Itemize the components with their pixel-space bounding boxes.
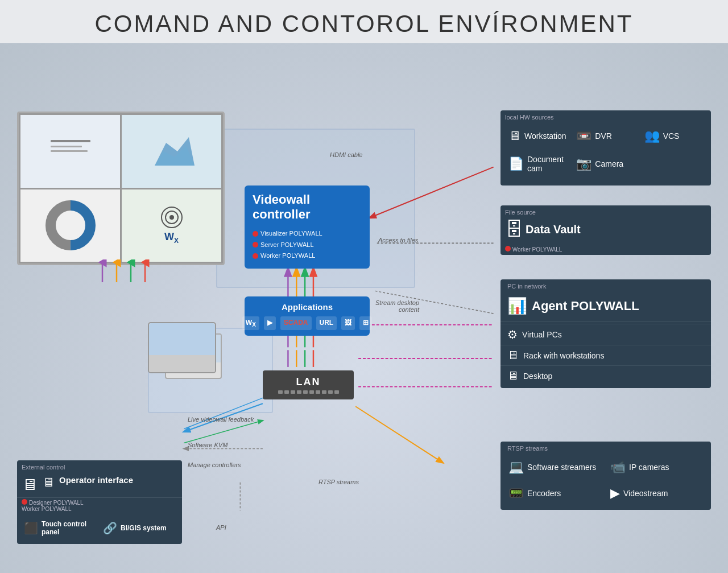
- local-hw-box: local HW sources 🖥 Workstation 📼 DVR 👥 V…: [500, 110, 711, 185]
- dvr-icon: 📼: [576, 129, 592, 143]
- live-feedback-label: Live videowall feedback: [188, 416, 254, 423]
- lan-title: LAN: [268, 376, 348, 388]
- diagram-area: WX Videowall controller Visualizer PO: [0, 43, 728, 573]
- encoders-item: 📟 Encoders: [505, 481, 605, 505]
- ext-bottom-items: ⬛ Touch control panel 🔗 BI/GIS system: [17, 514, 182, 544]
- hdmi-label: HDMI cable: [330, 151, 362, 158]
- software-kvm-label: Software KVM: [188, 442, 228, 448]
- applications-box: Applications WX ▶ SCADA URL 🖼 ⊞: [245, 296, 370, 336]
- vc-title: Videowall controller: [253, 192, 362, 222]
- rack-icon: 🖥: [507, 349, 519, 362]
- virtual-pcs-item: ⚙ Virtual PCs: [500, 324, 711, 345]
- videostream-item: ▶ Videostream: [607, 481, 706, 505]
- camera-icon: 📷: [576, 156, 592, 171]
- bigis-icon: 🔗: [103, 521, 117, 535]
- file-source-label: File source: [500, 205, 711, 217]
- stream-desktop-label: Stream desktopcontent: [375, 299, 419, 313]
- agent-items: ⚙ Virtual PCs 🖥 Rack with workstations 🖥…: [500, 321, 711, 388]
- tablet-device-1: [148, 322, 216, 373]
- agent-title: Agent POLYWALL: [532, 299, 639, 314]
- vcs-item: 👥 VCS: [641, 124, 706, 148]
- doccam-item: 📄 Document cam: [505, 150, 570, 178]
- apps-title: Applications: [253, 302, 362, 312]
- workstation-item: 🖥 Workstation: [505, 124, 570, 148]
- virtual-pcs-icon: ⚙: [507, 328, 518, 341]
- monitor2-icon: 🖥: [42, 475, 55, 494]
- data-vault-icon: 🗄: [505, 219, 523, 240]
- file-source-box: File source 🗄 Data Vault Worker POLYWALL: [500, 205, 711, 255]
- ipcam-icon: 📹: [610, 460, 626, 475]
- videowall-display: WX: [17, 112, 225, 265]
- rtsp-box: RTSP streams 💻 Software streamers 📹 IP c…: [500, 442, 711, 510]
- svg-rect-21: [51, 146, 82, 147]
- operator-label: Operator interface: [59, 475, 133, 485]
- ext-control-box: External control 🖥 🖥 Operator interface …: [17, 460, 182, 544]
- ext-sub-label: Designer POLYWALLWorker POLYWALL: [17, 498, 182, 514]
- vc-items: Visualizer POLYWALL Server POLYWALL Work…: [253, 228, 362, 262]
- videowall-controller-box: Videowall controller Visualizer POLYWALL…: [245, 185, 370, 269]
- local-hw-label: local HW sources: [500, 110, 711, 122]
- svg-rect-22: [51, 150, 88, 152]
- operator-interface-row: 🖥 🖥 Operator interface: [17, 472, 182, 498]
- agent-icon: 📊: [507, 296, 527, 315]
- bigis-label: BI/GIS system: [121, 524, 167, 532]
- rtsp-grid: 💻 Software streamers 📹 IP cameras 📟 Enco…: [500, 453, 711, 510]
- rtsp-streams-label: RTSP streams: [318, 479, 359, 485]
- ip-cameras-item: 📹 IP cameras: [607, 455, 706, 479]
- manage-label: Manage controllers: [188, 461, 241, 468]
- pc-network-box: PC in network 📊 Agent POLYWALL ⚙ Virtual…: [500, 279, 711, 388]
- rtsp-label: RTSP streams: [500, 442, 711, 453]
- youtube-icon: ▶: [610, 486, 620, 501]
- bigis-item: 🔗 BI/GIS system: [101, 517, 177, 539]
- camera-item: 📷 Camera: [573, 150, 638, 178]
- monitor-icon: 🖥: [508, 129, 521, 143]
- data-vault-title: Data Vault: [526, 223, 706, 236]
- touch-label: Touch control panel: [42, 520, 96, 536]
- apps-icons: WX ▶ SCADA URL 🖼 ⊞: [253, 316, 362, 330]
- touch-control-item: ⬛ Touch control panel: [22, 517, 98, 539]
- pc-network-label: PC in network: [500, 279, 711, 291]
- desktop-item: 🖥 Desktop: [500, 365, 711, 386]
- desktop-icon: 🖥: [507, 369, 519, 382]
- rack-item: 🖥 Rack with workstations: [500, 345, 711, 365]
- file-source-sub: Worker POLYWALL: [500, 245, 711, 255]
- dvr-item: 📼 DVR: [573, 124, 638, 148]
- api-label: API: [216, 524, 226, 531]
- agent-header: 📊 Agent POLYWALL: [500, 291, 711, 321]
- monitor1-icon: 🖥: [22, 475, 38, 494]
- svg-point-28: [58, 213, 83, 238]
- software-streamers-item: 💻 Software streamers: [505, 455, 605, 479]
- touch-icon: ⬛: [24, 521, 38, 535]
- lan-box: LAN: [263, 370, 354, 399]
- access-files-label: Access to files: [378, 237, 418, 244]
- svg-rect-20: [51, 140, 90, 142]
- streamers-icon: 💻: [508, 460, 524, 475]
- encoders-icon: 📟: [508, 486, 524, 501]
- vcs-icon: 👥: [644, 129, 660, 143]
- ext-control-label: External control: [17, 460, 182, 472]
- page-title: COMAND AND CONTOROL ENVÍRONMENT: [0, 0, 728, 43]
- svg-point-31: [169, 215, 174, 220]
- doccam-icon: 📄: [508, 156, 524, 171]
